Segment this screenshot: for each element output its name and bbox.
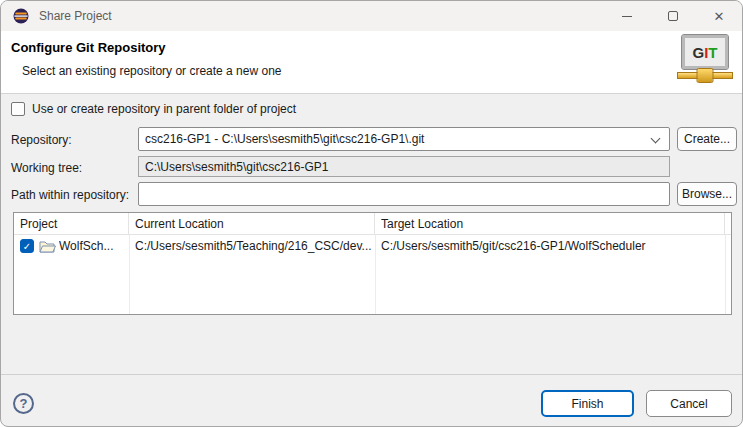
dialog-header: Configure Git Repository Select an exist… (1, 31, 742, 94)
parent-folder-checkbox-label[interactable]: Use or create repository in parent folde… (32, 102, 296, 116)
cell-current-location: C:/Users/sesmith5/Teaching/216_CSC/dev..… (135, 235, 373, 257)
git-icon-node (697, 68, 714, 83)
minimize-button[interactable] (604, 1, 650, 31)
minimize-icon (622, 16, 632, 17)
maximize-button[interactable] (650, 1, 696, 31)
git-icon: GIT (677, 34, 733, 86)
cancel-button[interactable]: Cancel (646, 390, 732, 417)
chevron-down-icon[interactable] (651, 134, 661, 144)
browse-button[interactable]: Browse... (677, 182, 737, 206)
title-bar: Share Project ✕ (1, 1, 742, 31)
eclipse-icon (13, 8, 29, 24)
create-button[interactable]: Create... (677, 127, 737, 151)
parent-folder-checkbox[interactable] (11, 102, 25, 116)
repository-value: csc216-GP1 - C:\Users\sesmith5\git\csc21… (145, 132, 424, 146)
working-tree-field: C:\Users\sesmith5\git\csc216-GP1 (138, 156, 670, 177)
path-within-repository-label: Path within repository: (11, 188, 129, 202)
git-icon-monitor: GIT (682, 35, 728, 69)
open-folder-icon (39, 239, 56, 253)
cell-target-location: C:/Users/sesmith5/git/csc216-GP1/WolfSch… (381, 235, 723, 257)
working-tree-label: Working tree: (11, 161, 82, 175)
table-row[interactable]: ✓ WolfSch... C:/Users/sesmith5/Teaching/… (14, 235, 731, 257)
finish-button[interactable]: Finish (541, 390, 634, 417)
repository-label: Repository: (11, 133, 72, 147)
path-within-repository-input[interactable] (138, 182, 670, 206)
share-project-dialog: Share Project ✕ Configure Git Repository… (0, 0, 743, 427)
close-button[interactable]: ✕ (696, 1, 742, 31)
page-title: Configure Git Repository (11, 40, 166, 55)
maximize-icon (668, 11, 678, 21)
cell-project: WolfSch... (59, 235, 127, 257)
footer-divider (1, 374, 742, 375)
help-button[interactable]: ? (13, 393, 34, 414)
column-header-project[interactable]: Project (14, 213, 129, 235)
row-checkbox[interactable]: ✓ (20, 239, 34, 253)
page-subtitle: Select an existing repository or create … (22, 64, 281, 78)
window-title: Share Project (39, 1, 112, 31)
project-table: Project Current Location Target Location… (13, 212, 732, 315)
column-header-current-location[interactable]: Current Location (129, 213, 375, 235)
table-header: Project Current Location Target Location (14, 213, 731, 235)
repository-combobox[interactable]: csc216-GP1 - C:\Users\sesmith5\git\csc21… (138, 127, 670, 151)
close-icon: ✕ (714, 9, 725, 24)
working-tree-value: C:\Users\sesmith5\git\csc216-GP1 (145, 160, 328, 174)
column-header-target-location[interactable]: Target Location (375, 213, 725, 235)
